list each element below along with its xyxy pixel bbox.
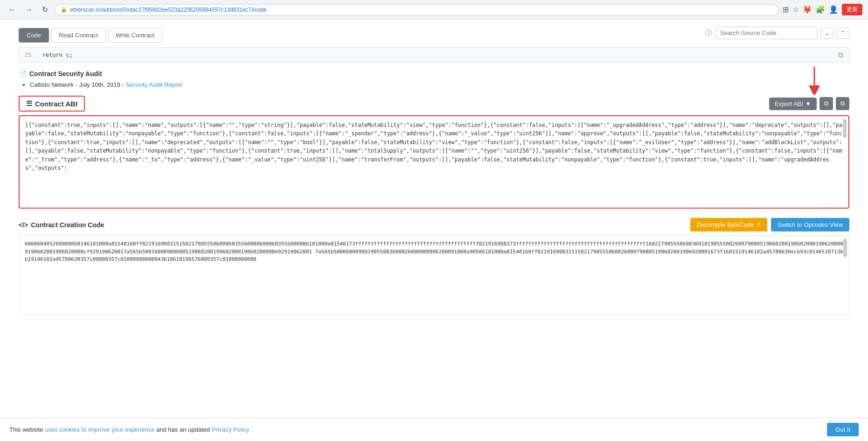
main-content: Code Read Contract Write Contract ⓘ ⌄ ⌃ … [0, 23, 868, 315]
tab-write-contract[interactable]: Write Contract [108, 28, 162, 42]
switch-opcodes-button[interactable]: Switch to Opcodes View [771, 218, 849, 231]
decompile-label: Decompile ByteCode [697, 221, 754, 228]
code-snippet: 25 return c; ⧉ [19, 47, 849, 63]
bytecode-text: 606060405260008060146101000a81548160ff02… [25, 241, 843, 262]
creation-code-label: Contract Creation Code [31, 221, 104, 229]
creation-code-section: </> Contract Creation Code Decompile Byt… [19, 218, 849, 315]
bytecode-scrollbar[interactable] [842, 236, 848, 314]
search-down-btn[interactable]: ⌄ [820, 28, 833, 39]
contract-abi-header: ☰ Contract ABI Export ABI ▼ ⧉ ⧉ [19, 96, 849, 112]
address-bar[interactable]: 🔒 etherscan.io/address/0xdac17f958d2ee52… [55, 4, 779, 15]
audit-report-link[interactable]: Security Audit Report [125, 81, 182, 88]
creation-code-header: </> Contract Creation Code Decompile Byt… [19, 218, 849, 231]
export-abi-label: Export ABI [775, 100, 803, 107]
avatar-btn[interactable]: 👤 [829, 5, 838, 14]
red-arrow-icon [805, 67, 824, 95]
creation-code-title: </> Contract Creation Code [19, 221, 104, 229]
tab-code[interactable]: Code [19, 28, 49, 42]
abi-content-box: [{"constant":true,"inputs":[],"name":"na… [19, 115, 849, 209]
browser-chrome: ← → ↻ 🔒 etherscan.io/address/0xdac17f958… [0, 0, 868, 20]
extension-btn-1[interactable]: ⊞ [783, 5, 789, 14]
browser-actions: ⊞ ☆ 🦊 🧩 👤 更新 [783, 4, 862, 15]
line-number: 25 [25, 52, 31, 58]
star-btn[interactable]: ☆ [792, 5, 799, 14]
fox-icon[interactable]: 🦊 [803, 5, 812, 14]
lock-icon: 🔒 [61, 7, 67, 13]
tab-read-contract[interactable]: Read Contract [51, 28, 106, 42]
copy-abi-button[interactable]: ⧉ [819, 97, 833, 110]
export-abi-button[interactable]: Export ABI ▼ [769, 98, 817, 110]
abi-text: [{"constant":true,"inputs":[],"name":"na… [25, 122, 842, 171]
contract-abi-title-box: ☰ Contract ABI [19, 96, 85, 112]
forward-button[interactable]: → [22, 5, 35, 15]
update-button[interactable]: 更新 [842, 4, 862, 15]
export-abi-chevron: ▼ [805, 100, 811, 107]
expand-icon: ⧉ [838, 50, 843, 59]
help-icon[interactable]: ⓘ [706, 29, 712, 37]
url-text: etherscan.io/address/0xdac17f958d2ee523a… [70, 7, 267, 13]
back-button[interactable]: ← [6, 5, 19, 15]
bytecode-box: 606060405260008060146101000a81548160ff02… [19, 235, 849, 315]
tab-bar: Code Read Contract Write Contract [19, 23, 162, 42]
search-area: ⓘ ⌄ ⌃ [706, 27, 849, 39]
search-up-btn[interactable]: ⌃ [836, 28, 849, 39]
contract-abi-label: Contract ABI [35, 100, 77, 108]
file-icon: 📄 [19, 70, 27, 77]
decompile-bytecode-button[interactable]: Decompile ByteCode ↗ [690, 218, 767, 231]
search-input[interactable] [715, 27, 818, 39]
expand-abi-button[interactable]: ⧉ [836, 97, 849, 110]
security-audit-section: 📄 Contract Security Audit Callisto Netwo… [19, 70, 849, 88]
creation-code-actions: Decompile ByteCode ↗ Switch to Opcodes V… [690, 218, 849, 231]
puzzle-icon[interactable]: 🧩 [816, 5, 825, 14]
code-content: return c; [42, 52, 73, 58]
external-link-icon: ↗ [756, 221, 761, 228]
list-icon: ☰ [26, 99, 32, 108]
security-audit-title: Contract Security Audit [29, 70, 102, 77]
code-brackets-icon: </> [19, 221, 28, 229]
abi-actions: Export ABI ▼ ⧉ ⧉ [769, 97, 849, 110]
audit-item: Callisto Network - July 10th, 2019 - Sec… [30, 81, 849, 88]
abi-scrollbar[interactable] [842, 116, 847, 208]
reload-button[interactable]: ↻ [39, 4, 51, 15]
